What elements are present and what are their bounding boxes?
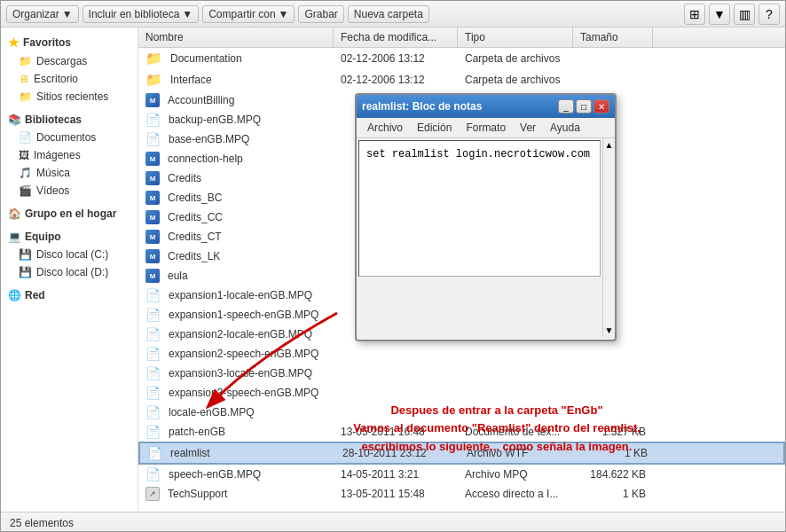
file-date-cell [334,392,458,394]
notepad-controls: _ □ ✕ [558,99,609,113]
file-date-cell [334,353,458,355]
organize-button[interactable]: Organizar ▼ [6,5,79,23]
notepad-maximize-button[interactable]: □ [576,99,592,113]
favorites-label: Favoritos [23,36,71,49]
file-name: AccountBilling [168,94,234,106]
file-name-cell: 📄 expansion3-speech-enGB.MPQ [138,385,334,401]
col-header-date[interactable]: Fecha de modifica... [334,27,458,47]
notepad-menu-item[interactable]: Formato [459,120,513,136]
file-name-cell: 📄 expansion3-locale-enGB.MPQ [138,365,334,381]
file-date-cell: 13-05-2011 15:48 [334,487,458,501]
file-date-cell: 02-12-2006 13:12 [334,73,458,87]
table-row[interactable]: 📄 locale-enGB.MPQ [138,403,785,422]
table-row[interactable]: ↗ TechSupport 13-05-2011 15:48 Acceso di… [138,484,785,504]
file-icon: 📄 [145,132,161,146]
group-icon: 🏠 [8,207,21,220]
favorites-header[interactable]: ★ Favoritos [1,33,138,52]
organize-chevron: ▼ [62,8,73,20]
sidebar-item-images[interactable]: 🖼 Imágenes [1,146,138,164]
record-button[interactable]: Grabar [298,5,343,23]
libraries-header[interactable]: 📚 Bibliotecas [1,111,138,129]
network-icon: 🌐 [8,289,21,301]
file-name: expansion3-locale-enGB.MPQ [169,367,312,379]
network-section: 🌐 Red [1,286,138,304]
notepad-menu-item[interactable]: Ver [513,120,543,136]
table-row[interactable]: 📄 expansion2-speech-enGB.MPQ [138,344,785,364]
notepad-content[interactable]: set realmlist login.necroticwow.com [358,140,601,277]
file-icon: 📄 [145,308,161,322]
file-name-cell: 📄 expansion2-speech-enGB.MPQ [138,346,334,362]
file-name: eula [168,270,188,282]
sidebar-item-recent[interactable]: 📁 Sitios recientes [1,88,138,106]
notepad-menu-item[interactable]: Ayuda [543,120,587,136]
view-details-icon[interactable]: ⊞ [684,4,705,25]
table-row[interactable]: 📄 expansion3-speech-enGB.MPQ [138,383,785,403]
file-name: speech-enGB.MPQ [169,468,261,481]
table-row[interactable]: 📄 expansion3-locale-enGB.MPQ [138,364,785,383]
sidebar-item-downloads[interactable]: 📁 Descargas [1,52,138,70]
notepad-close-button[interactable]: ✕ [593,99,609,113]
share-label: Compartir con [208,8,275,20]
table-row[interactable]: 📄 realmlist 28-10-2011 23:12 Archivo WTF… [138,442,785,465]
statusbar: 25 elementos [1,512,785,532]
table-row[interactable]: 📁 Interface 02-12-2006 13:12 Carpeta de … [138,69,785,90]
notepad-minimize-button[interactable]: _ [558,99,574,113]
sidebar-item-disk-d[interactable]: 💾 Disco local (D:) [1,263,138,281]
file-name-cell: 📄 expansion1-speech-enGB.MPQ [138,307,334,323]
sidebar-item-videos[interactable]: 🎬 Vídeos [1,182,138,200]
new-folder-button[interactable]: Nueva carpeta [348,5,429,23]
file-date-cell [334,411,458,413]
help-icon[interactable]: ? [758,4,780,25]
file-type-cell: Archivo MPQ [458,467,573,481]
network-header[interactable]: 🌐 Red [1,286,138,304]
group-label: Grupo en el hogar [25,207,116,220]
notepad-menu-item[interactable]: Edición [410,120,459,136]
library-button[interactable]: Incluir en biblioteca ▼ [83,5,200,23]
downloads-label: Descargas [36,55,87,67]
network-label: Red [25,289,45,301]
libraries-section: 📚 Bibliotecas 📄 Documentos 🖼 Imágenes 🎵 … [1,111,138,200]
file-icon: 📄 [145,347,161,361]
file-name-cell: M Credits_BC [138,190,334,206]
share-chevron: ▼ [279,8,289,20]
col-header-name[interactable]: Nombre [138,27,334,47]
mpq-icon: M [145,210,160,224]
notepad-menu-item[interactable]: Archivo [360,120,410,136]
file-name-cell: 📄 speech-enGB.MPQ [138,466,334,482]
table-row[interactable]: 📄 speech-enGB.MPQ 14-05-2011 3:21 Archiv… [138,465,785,484]
col-header-size[interactable]: Tamaño [573,27,653,47]
folder-icon: 📁 [145,72,162,88]
computer-icon: 💻 [8,231,21,243]
file-icon: 📄 [145,425,161,439]
music-label: Música [36,167,70,179]
table-row[interactable]: 📄 patch-enGB 13-05-2011 16:48 Documento … [138,422,785,442]
file-icon: 📄 [145,467,161,481]
file-date-cell: 28-10-2011 23:12 [335,446,460,460]
group-header[interactable]: 🏠 Grupo en el hogar [1,205,138,223]
computer-header[interactable]: 💻 Equipo [1,228,138,246]
file-icon: 📄 [145,288,161,302]
sidebar-item-desktop[interactable]: 🖥 Escritorio [1,70,138,88]
notepad-scrollbar[interactable]: ▲ ▼ [602,138,615,337]
file-name: connection-help [168,153,243,165]
file-name: locale-enGB.MPQ [169,406,255,419]
file-name: Credits [168,172,201,184]
notepad-menu: ArchivoEdiciónFormatoVerAyuda [357,118,615,138]
organize-label: Organizar [12,8,59,20]
desktop-folder-icon: 🖥 [19,73,29,85]
file-count: 25 elementos [10,517,74,529]
sidebar: ★ Favoritos 📁 Descargas 🖥 Escritorio 📁 S… [1,27,138,512]
scrollbar-down-icon[interactable]: ▼ [605,325,614,335]
file-name: expansion1-speech-enGB.MPQ [169,309,318,321]
sidebar-item-disk-c[interactable]: 💾 Disco local (C:) [1,246,138,263]
table-row[interactable]: 📁 Documentation 02-12-2006 13:12 Carpeta… [138,48,785,69]
col-header-type[interactable]: Tipo [458,27,573,47]
sidebar-item-documents[interactable]: 📄 Documentos [1,129,138,146]
sidebar-item-music[interactable]: 🎵 Música [1,164,138,182]
scrollbar-up-icon[interactable]: ▲ [605,140,614,150]
star-icon: ★ [8,35,20,50]
preview-pane-icon[interactable]: ▥ [734,4,755,25]
recent-label: Sitios recientes [36,90,108,103]
share-button[interactable]: Compartir con ▼ [202,5,295,23]
view-toggle-icon[interactable]: ▼ [709,4,730,25]
